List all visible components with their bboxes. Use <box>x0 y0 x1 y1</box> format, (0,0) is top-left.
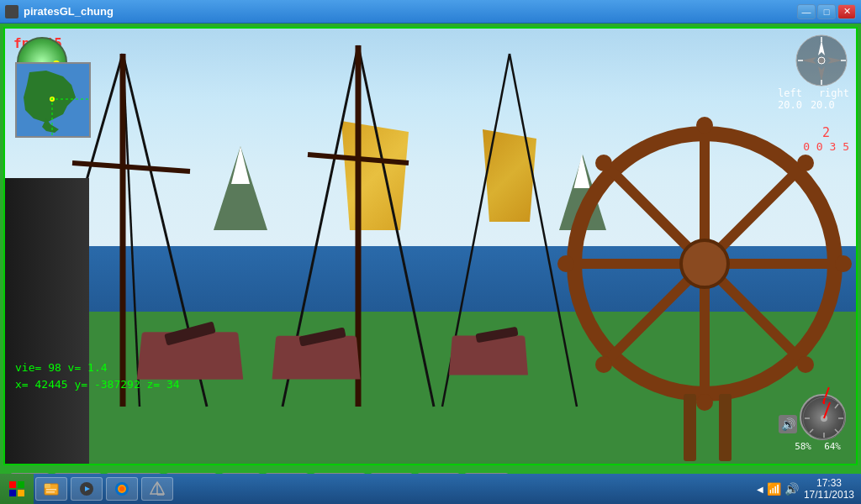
minimap-svg <box>17 64 89 136</box>
svg-rect-64 <box>46 491 55 493</box>
minimize-button[interactable]: — <box>797 4 816 19</box>
svg-point-22 <box>557 255 574 272</box>
window-icon <box>5 5 18 18</box>
coords-line2: x= 42445 y= -387292 z= 34 <box>15 376 180 393</box>
sound-icon: 🔊 <box>779 415 797 433</box>
svg-point-25 <box>797 356 814 373</box>
svg-rect-57 <box>9 481 16 488</box>
percent-label-1: 64% <box>824 441 841 452</box>
ship-icon <box>149 480 166 497</box>
coords-line1: vie= 98 v= 1.4 <box>15 360 180 376</box>
taskbar-game[interactable] <box>141 477 173 501</box>
svg-point-21 <box>696 394 713 411</box>
firefox-icon <box>114 480 130 497</box>
svg-point-26 <box>797 155 814 171</box>
taskbar: ◀ 📶 🔊 17:33 17/11/2013 <box>0 474 861 504</box>
stats-right-val: 20.0 <box>811 99 835 111</box>
svg-point-20 <box>696 117 713 134</box>
svg-point-42 <box>818 57 825 64</box>
svg-line-53 <box>810 429 813 433</box>
start-button[interactable] <box>0 474 34 504</box>
stats-left-label: left <box>778 87 802 99</box>
coordinates-display: vie= 98 v= 1.4 x= 42445 y= -387292 z= 34 <box>15 360 180 392</box>
main-frame: fps 15 <box>0 24 861 504</box>
left-railing <box>5 178 89 464</box>
window-controls: — □ ✕ <box>797 4 856 19</box>
network-icon: 📶 <box>767 482 781 496</box>
speedo-dial <box>800 394 846 440</box>
taskbar-right: ◀ 📶 🔊 17:33 17/11/2013 <box>750 477 861 501</box>
game-viewport[interactable]: fps 15 <box>3 27 858 465</box>
tray-arrow[interactable]: ◀ <box>757 485 763 494</box>
taskbar-media[interactable] <box>71 477 103 501</box>
volume-icon[interactable]: 🔊 <box>784 482 799 496</box>
score-number: 2 <box>803 125 849 140</box>
svg-rect-60 <box>18 490 24 496</box>
svg-rect-63 <box>46 489 56 491</box>
svg-line-56 <box>824 402 830 418</box>
cannon-mount-right <box>449 335 528 375</box>
svg-point-24 <box>595 155 612 171</box>
stats-panel: left right 20.0 20.0 <box>778 87 849 111</box>
clock-date: 17/11/2013 <box>804 489 854 501</box>
explorer-icon <box>43 480 60 497</box>
clock-display: 17:33 17/11/2013 <box>804 477 854 501</box>
stats-left-val: 20.0 <box>778 99 802 111</box>
windows-logo-icon <box>8 480 25 497</box>
minimap <box>15 62 91 138</box>
media-icon <box>78 480 95 497</box>
svg-point-23 <box>835 255 852 272</box>
maximize-button[interactable]: □ <box>817 4 836 19</box>
speedometer: 🔊 64% 58% <box>774 394 849 457</box>
svg-point-28 <box>681 240 728 287</box>
clock-time: 17:33 <box>804 477 854 489</box>
score-digits: 0 0 3 5 <box>803 140 849 153</box>
svg-line-49 <box>835 404 838 408</box>
svg-point-27 <box>595 356 612 373</box>
svg-rect-59 <box>9 490 16 496</box>
svg-rect-58 <box>18 481 24 488</box>
svg-rect-30 <box>719 394 732 461</box>
svg-line-51 <box>835 429 838 433</box>
stats-right-label: right <box>819 87 849 99</box>
taskbar-firefox[interactable] <box>106 477 138 501</box>
window-title: piratesGL_chung <box>5 5 114 18</box>
svg-rect-62 <box>45 484 50 488</box>
taskbar-left <box>0 474 175 504</box>
system-tray: ◀ 📶 🔊 <box>757 482 799 496</box>
svg-rect-29 <box>684 394 696 461</box>
score-panel: 2 0 0 3 5 <box>803 125 849 153</box>
percent-label-2: 58% <box>795 441 811 452</box>
compass-rose <box>795 34 849 88</box>
taskbar-explorer[interactable] <box>35 477 67 501</box>
close-button[interactable]: ✕ <box>837 4 856 19</box>
svg-point-69 <box>119 486 124 491</box>
titlebar: piratesGL_chung — □ ✕ <box>0 0 861 24</box>
